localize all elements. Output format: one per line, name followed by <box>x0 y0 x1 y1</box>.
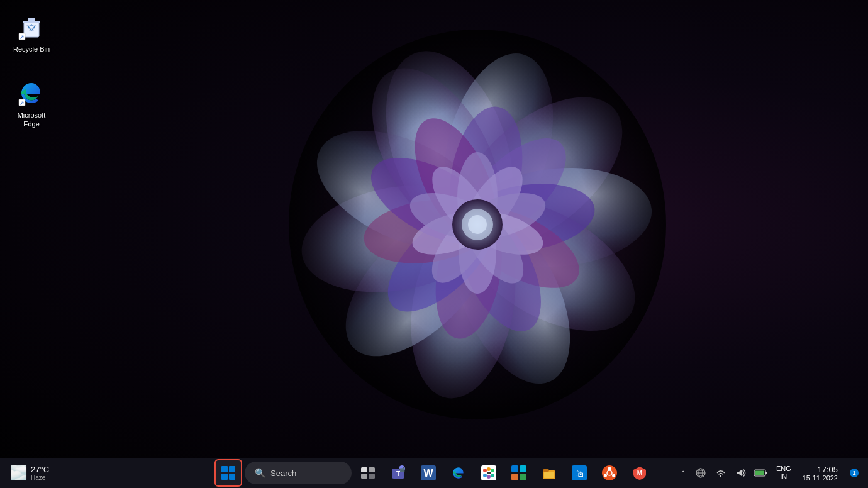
svg-point-58 <box>491 469 494 472</box>
word-icon: W <box>421 465 436 480</box>
language-indicator[interactable]: ENG IN <box>772 465 795 481</box>
taskbar-app-store[interactable]: 🛍 <box>565 459 593 487</box>
taskbar-app-edge[interactable] <box>445 459 472 487</box>
svg-rect-84 <box>765 472 767 474</box>
svg-rect-68 <box>543 469 549 472</box>
region-label: IN <box>780 473 787 481</box>
taskbar-app-file-explorer[interactable] <box>535 459 563 487</box>
store-icon: 🛍 <box>572 465 587 480</box>
svg-point-75 <box>612 474 615 477</box>
file-explorer-icon <box>542 465 557 480</box>
taskbar-app-paint[interactable] <box>475 459 503 487</box>
svg-rect-48 <box>369 474 375 479</box>
weather-icon: 🌫️ <box>10 465 27 481</box>
svg-point-56 <box>483 469 487 472</box>
recycle-bin-icon: ↗ <box>16 12 47 42</box>
taskbar-app-word[interactable]: W <box>415 459 442 487</box>
taskbar-app-mcafee[interactable]: M <box>626 459 654 487</box>
svg-rect-85 <box>755 471 764 475</box>
svg-text:M: M <box>637 470 642 477</box>
taskbar: 🌫️ 27°C Haze 🔍 Search <box>0 458 868 488</box>
system-tray-chevron[interactable]: ⌃ <box>677 464 689 482</box>
svg-rect-63 <box>511 465 518 472</box>
weather-temperature: 27°C <box>31 465 49 474</box>
tray-notification[interactable]: 1 <box>845 464 863 482</box>
desktop: ↗ Recycle Bin <box>0 0 868 488</box>
wifi-icon <box>716 468 726 478</box>
svg-text:↗: ↗ <box>19 34 25 40</box>
desktop-icon-edge[interactable]: ↗ Microsoft Edge <box>6 75 57 131</box>
mcafee-icon: M <box>632 465 647 480</box>
ubuntu-icon <box>602 465 617 480</box>
battery-icon <box>754 469 768 477</box>
task-view-icon <box>360 467 376 479</box>
svg-point-74 <box>604 474 607 477</box>
notification-icon: 1 <box>849 468 859 478</box>
svg-text:1: 1 <box>852 470 855 476</box>
svg-rect-36 <box>23 21 40 23</box>
teams-icon: T 📹 <box>390 465 406 480</box>
edge-icon: ↗ <box>16 78 47 108</box>
svg-text:🛍: 🛍 <box>575 469 584 479</box>
svg-rect-62 <box>487 472 491 474</box>
svg-text:W: W <box>423 468 433 479</box>
taskbar-app-teams[interactable]: T 📹 <box>384 459 412 487</box>
recycle-bin-label: Recycle Bin <box>13 45 50 53</box>
svg-rect-65 <box>511 474 518 480</box>
svg-rect-45 <box>361 467 367 472</box>
clock[interactable]: 17:05 15-11-2022 <box>798 465 843 482</box>
svg-rect-64 <box>520 465 526 472</box>
weather-info: 27°C Haze <box>31 465 49 481</box>
windows-logo-icon <box>221 466 235 480</box>
search-icon: 🔍 <box>255 468 265 478</box>
control-panel-icon <box>511 465 526 480</box>
svg-point-61 <box>491 474 494 477</box>
tray-icon-battery[interactable] <box>752 464 770 482</box>
globe-icon <box>696 468 706 478</box>
wallpaper-art <box>289 30 666 419</box>
taskbar-app-control-panel[interactable] <box>505 459 533 487</box>
tray-icon-wifi[interactable] <box>712 464 730 482</box>
start-button[interactable] <box>214 459 242 487</box>
weather-description: Haze <box>31 474 49 481</box>
clock-date: 15-11-2022 <box>803 474 838 482</box>
edge-taskbar-icon <box>451 465 466 480</box>
search-bar[interactable]: 🔍 Search <box>245 462 352 484</box>
svg-rect-46 <box>369 467 375 472</box>
svg-text:📹: 📹 <box>399 466 405 472</box>
search-label: Search <box>270 469 296 478</box>
weather-widget[interactable]: 🌫️ 27°C Haze <box>5 462 62 484</box>
taskbar-center: 🔍 Search T 📹 <box>214 459 654 487</box>
edge-label: Microsoft Edge <box>9 111 54 129</box>
svg-point-57 <box>487 467 491 471</box>
svg-point-60 <box>487 475 491 479</box>
volume-icon <box>736 468 746 478</box>
language-label: ENG <box>776 465 791 473</box>
tray-icon-globe[interactable] <box>692 464 709 482</box>
taskbar-app-task-view[interactable] <box>354 459 382 487</box>
svg-text:↗: ↗ <box>19 100 25 106</box>
svg-point-34 <box>289 30 666 419</box>
svg-rect-69 <box>544 472 554 478</box>
taskbar-app-ubuntu[interactable] <box>596 459 623 487</box>
tray-icon-volume[interactable] <box>732 464 750 482</box>
svg-rect-66 <box>520 474 526 480</box>
paint-icon <box>481 465 496 480</box>
clock-time: 17:05 <box>817 465 838 474</box>
chevron-up-icon: ⌃ <box>681 470 686 477</box>
svg-rect-47 <box>361 474 367 479</box>
svg-rect-37 <box>28 18 35 21</box>
svg-point-59 <box>483 474 487 477</box>
system-tray: ⌃ <box>677 464 863 482</box>
svg-point-73 <box>608 467 611 470</box>
desktop-icon-recycle-bin[interactable]: ↗ Recycle Bin <box>6 9 57 56</box>
